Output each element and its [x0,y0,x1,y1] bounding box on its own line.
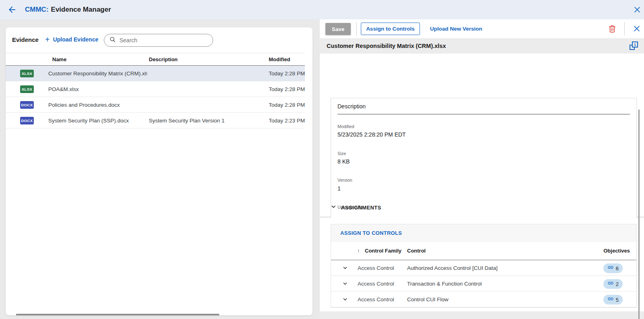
detail-panel: Save Assign to Controls Upload New Versi… [320,19,644,319]
chevron-down-icon [329,203,337,212]
link-icon [607,264,614,272]
vertical-scrollbar[interactable] [638,110,640,319]
column-header-control[interactable]: Control [407,242,426,260]
size-value: 8 KB [337,158,350,165]
file-name: POA&M.xlsx [48,81,147,97]
chevron-down-icon[interactable] [342,280,349,287]
search-box [104,34,213,47]
page-title: CMMC:Evidence Manager [25,0,111,19]
control-family: Access Control [358,276,394,292]
evidence-row[interactable]: DOCX System Security Plan (SSP).docx Sys… [6,113,305,128]
column-header-objectives[interactable]: Objectives [603,242,630,260]
upload-evidence-button[interactable]: + Upload Evidence [45,33,99,46]
evidence-row[interactable]: XLSX Customer Responsibility Matrix (CRM… [6,66,305,81]
horizontal-scrollbar[interactable] [16,314,219,315]
page-title-prefix: CMMC: [25,6,49,13]
modified-value: 5/23/2025 2:28:20 PM EDT [337,131,406,138]
column-header-description[interactable]: Description [149,53,263,66]
column-header-control-family[interactable]: ↑ Control Family [365,242,401,260]
file-name: Customer Responsibility Matrix (CRM).xls… [48,66,147,81]
evidence-panel: Evidence + Upload Evidence ↑ Name Descri… [6,27,313,315]
file-type-badge: XLSX [20,85,34,93]
back-arrow-icon[interactable] [7,5,17,14]
control-name: Control CUI Flow [407,292,449,307]
trash-icon [608,28,617,34]
file-type-badge: DOCX [20,117,34,124]
objectives-count: 6 [616,265,619,271]
chevron-down-icon[interactable] [342,264,349,271]
upload-evidence-label: Upload Evidence [53,36,99,43]
file-name: System Security Plan (SSP).docx [48,113,147,128]
column-header-name[interactable]: ↑ Name [52,53,66,66]
objectives-count-badge[interactable]: 5 [603,295,623,304]
evidence-table-header: ↑ Name Description Modified [6,53,305,66]
objectives-count-badge[interactable]: 2 [603,279,623,289]
document-title: Customer Responsibility Matrix (CRM).xls… [327,38,446,54]
save-button[interactable]: Save [325,23,351,35]
version-label: Version [337,178,352,182]
assignments-card: ASSIGN TO CONTROLS ↑ Control Family Cont… [331,224,637,308]
evidence-row[interactable]: XLSX POA&M.xlsx Today 2:28 PM [6,81,305,97]
file-modified: Today 2:28 PM [269,81,313,97]
toolbar-divider [624,22,625,35]
file-modified: Today 2:28 PM [269,97,313,113]
evidence-row[interactable]: DOCX Policies and Procedures.docx Today … [6,97,305,113]
detail-close-button[interactable] [632,24,641,33]
file-name: Policies and Procedures.docx [48,97,147,113]
column-header-modified[interactable]: Modified [269,53,313,66]
control-name: Transaction & Function Control [407,276,482,292]
control-assignment-row[interactable]: Access Control Transaction & Function Co… [331,276,636,292]
file-description: System Security Plan Version 1 [149,113,263,128]
sort-ascending-icon: ↑ [357,242,360,260]
control-name: Authorized Access Control [CUI Data] [407,260,498,276]
objectives-count: 2 [616,281,619,287]
close-icon[interactable] [633,5,642,14]
assignments-section-label: ASSIGNMENTS [341,205,381,211]
delete-button[interactable] [608,24,617,33]
toolbar-divider [356,22,357,35]
size-label: Size [337,151,346,156]
modified-label: Modified [337,124,354,129]
control-family: Access Control [358,292,394,307]
description-field-label: Description [337,103,366,110]
control-assignment-row[interactable]: Access Control Authorized Access Control… [331,260,636,276]
assign-to-controls-link[interactable]: ASSIGN TO CONTROLS [340,224,402,242]
app-header: CMMC:Evidence Manager [0,0,644,19]
plus-icon: + [45,34,50,45]
search-input[interactable] [119,37,208,44]
close-icon [632,28,641,34]
file-type-badge: XLSX [20,70,34,77]
document-title-row: Customer Responsibility Matrix (CRM).xls… [320,38,644,54]
file-modified: Today 2:23 PM [269,113,313,128]
evidence-panel-title: Evidence [12,36,39,43]
versions-icon[interactable]: 1 [629,41,638,50]
upload-new-version-button[interactable]: Upload New Version [425,23,487,35]
chevron-down-icon[interactable] [342,296,349,303]
search-icon [109,36,116,45]
assignments-section-toggle[interactable]: ASSIGNMENTS [329,197,490,218]
link-icon [607,280,614,288]
objectives-count-badge[interactable]: 6 [603,263,623,273]
objectives-count: 5 [616,297,619,303]
page-title-main: Evidence Manager [51,6,111,13]
description-input[interactable] [337,114,630,114]
assign-to-controls-strip: ASSIGN TO CONTROLS [331,224,636,242]
link-icon [607,296,614,304]
versions-icon-count: 1 [632,41,638,48]
file-type-badge: DOCX [20,101,34,109]
control-family: Access Control [358,260,394,276]
controls-table-header: ↑ Control Family Control Objectives [331,242,636,260]
version-value: 1 [337,185,341,192]
file-modified: Today 2:28 PM [269,66,313,81]
detail-toolbar: Save Assign to Controls Upload New Versi… [320,19,644,38]
assign-to-controls-button[interactable]: Assign to Controls [361,23,420,35]
control-assignment-row[interactable]: Access Control Control CUI Flow 5 [331,292,636,307]
detail-fields-section: Description Modified 5/23/2025 2:28:20 P… [320,54,644,216]
